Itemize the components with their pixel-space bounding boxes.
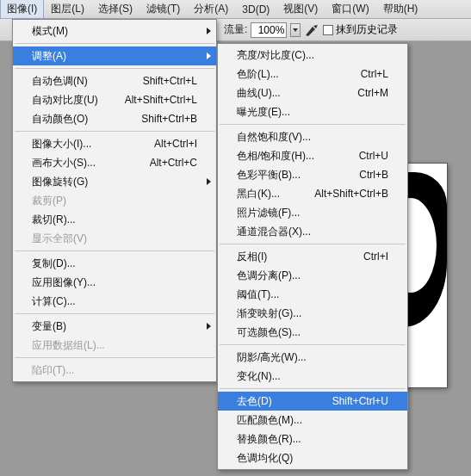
menu-item-label: 模式(M): [32, 24, 68, 39]
menu-separator: [15, 313, 214, 314]
menu-item-label: 应用图像(Y)...: [32, 275, 96, 290]
menu-item-label: 变化(N)...: [237, 369, 281, 384]
menu-item-label: 阴影/高光(W)...: [237, 350, 307, 365]
menu-item[interactable]: 应用图像(Y)...: [13, 273, 216, 292]
menubar-item[interactable]: 帮助(H): [376, 0, 425, 19]
menu-item-label: 色阶(L)...: [237, 67, 279, 82]
menu-item[interactable]: 反相(I)Ctrl+I: [218, 247, 407, 266]
menu-item-label: 裁剪(P): [32, 194, 66, 208]
menu-item-label: 渐变映射(G)...: [237, 306, 301, 321]
menu-item-label: 自然饱和度(V)...: [237, 130, 311, 145]
history-label: 抹到历史记录: [336, 22, 398, 37]
menu-item[interactable]: 色彩平衡(B)...Ctrl+B: [218, 165, 407, 184]
menu-item[interactable]: 照片滤镜(F)...: [218, 203, 407, 222]
menu-item[interactable]: 渐变映射(G)...: [218, 304, 407, 323]
menu-item[interactable]: 黑白(K)...Alt+Shift+Ctrl+B: [218, 184, 407, 203]
submenu-arrow-icon: [207, 28, 211, 34]
submenu-arrow-icon: [207, 178, 211, 185]
menu-item[interactable]: 裁切(R)...: [13, 210, 216, 229]
menubar-item[interactable]: 3D(D): [235, 1, 276, 18]
menubar: 图像(I)图层(L)选择(S)滤镜(T)分析(A)3D(D)视图(V)窗口(W)…: [0, 0, 471, 19]
menu-item[interactable]: 色调均化(Q): [218, 448, 407, 467]
menu-item[interactable]: 画布大小(S)...Alt+Ctrl+C: [13, 153, 216, 172]
menu-item[interactable]: 阈值(T)...: [218, 285, 407, 304]
menu-item[interactable]: 自然饱和度(V)...: [218, 127, 407, 146]
menu-item-label: 变量(B): [32, 319, 66, 334]
menubar-item[interactable]: 滤镜(T): [139, 0, 187, 19]
menu-item-label: 调整(A): [32, 49, 66, 64]
menu-separator: [220, 344, 406, 345]
menu-item: 裁剪(P): [13, 191, 216, 210]
menu-shortcut: Ctrl+B: [359, 169, 388, 181]
menu-item-label: 自动对比度(U): [32, 93, 98, 108]
menu-item-label: 替换颜色(R)...: [237, 432, 301, 447]
menu-item[interactable]: 亮度/对比度(C)...: [218, 46, 407, 65]
menu-item[interactable]: 图像大小(I)...Alt+Ctrl+I: [13, 134, 216, 153]
menu-item-label: 色彩平衡(B)...: [237, 168, 301, 182]
submenu-arrow-icon: [207, 323, 211, 330]
menu-item[interactable]: 自动对比度(U)Alt+Shift+Ctrl+L: [13, 90, 216, 109]
menubar-item[interactable]: 分析(A): [187, 0, 235, 19]
menu-item[interactable]: 曝光度(E)...: [218, 102, 407, 121]
checkbox-box-icon: [323, 25, 333, 35]
flow-dropdown[interactable]: [290, 23, 301, 37]
airbrush-icon[interactable]: [304, 23, 319, 37]
menu-separator: [220, 388, 406, 389]
menu-item-label: 图像旋转(G): [32, 175, 88, 189]
menu-item: 陷印(T)...: [13, 361, 216, 380]
menubar-item[interactable]: 图像(I): [0, 0, 44, 19]
menu-item[interactable]: 匹配颜色(M)...: [218, 411, 407, 430]
menu-item[interactable]: 替换颜色(R)...: [218, 430, 407, 448]
adjustments-submenu: 亮度/对比度(C)...色阶(L)...Ctrl+L曲线(U)...Ctrl+M…: [217, 43, 408, 470]
flow-input[interactable]: [251, 22, 287, 38]
menu-item-label: 复制(D)...: [32, 257, 76, 271]
menu-item[interactable]: 调整(A): [13, 46, 216, 65]
menu-item: 显示全部(V): [13, 229, 216, 248]
menu-item-label: 匹配颜色(M)...: [237, 413, 302, 428]
menu-shortcut: Alt+Ctrl+I: [154, 138, 197, 150]
menu-item-label: 通道混合器(X)...: [237, 225, 311, 239]
menubar-item[interactable]: 图层(L): [44, 0, 91, 19]
menu-separator: [15, 43, 214, 44]
menu-item[interactable]: 通道混合器(X)...: [218, 222, 407, 241]
menu-item[interactable]: 可选颜色(S)...: [218, 323, 407, 342]
menu-item[interactable]: 模式(M): [13, 22, 216, 40]
menu-item[interactable]: 图像旋转(G): [13, 172, 216, 191]
image-menu: 模式(M)调整(A)自动色调(N)Shift+Ctrl+L自动对比度(U)Alt…: [12, 19, 217, 382]
menu-item[interactable]: 色阶(L)...Ctrl+L: [218, 65, 407, 83]
menu-item-label: 计算(C)...: [32, 294, 76, 309]
menu-item-label: 自动色调(N): [32, 74, 88, 89]
menu-shortcut: Alt+Shift+Ctrl+L: [125, 94, 197, 106]
menu-item[interactable]: 色调分离(P)...: [218, 266, 407, 285]
menu-item-label: 曝光度(E)...: [237, 105, 290, 120]
menu-item[interactable]: 曲线(U)...Ctrl+M: [218, 83, 407, 102]
menu-separator: [15, 357, 214, 358]
menu-shortcut: Shift+Ctrl+L: [143, 75, 197, 87]
menu-shortcut: Ctrl+M: [357, 87, 388, 99]
menu-item-label: 色调分离(P)...: [237, 269, 301, 283]
menu-item[interactable]: 色相/饱和度(H)...Ctrl+U: [218, 146, 407, 165]
menu-separator: [15, 131, 214, 132]
menu-item-label: 黑白(K)...: [237, 187, 280, 201]
menu-item[interactable]: 自动色调(N)Shift+Ctrl+L: [13, 71, 216, 90]
menu-item-label: 色相/饱和度(H)...: [237, 149, 314, 164]
history-checkbox[interactable]: 抹到历史记录: [323, 22, 398, 37]
menu-shortcut: Ctrl+I: [363, 250, 388, 263]
menu-item[interactable]: 去色(D)Shift+Ctrl+U: [218, 392, 407, 411]
menu-item[interactable]: 自动颜色(O)Shift+Ctrl+B: [13, 109, 216, 128]
menu-item-label: 图像大小(I)...: [32, 137, 91, 151]
menubar-item[interactable]: 窗口(W): [325, 0, 375, 19]
menu-shortcut: Ctrl+U: [359, 150, 388, 162]
menu-separator: [220, 244, 406, 244]
menu-item[interactable]: 计算(C)...: [13, 292, 216, 311]
menu-item-label: 自动颜色(O): [32, 112, 88, 127]
menubar-item[interactable]: 视图(V): [276, 0, 325, 19]
menu-item[interactable]: 变量(B): [13, 317, 216, 336]
menu-item[interactable]: 变化(N)...: [218, 367, 407, 386]
menu-shortcut: Shift+Ctrl+U: [332, 395, 388, 407]
menu-item[interactable]: 复制(D)...: [13, 254, 216, 273]
menu-item: 应用数据组(L)...: [13, 336, 216, 355]
menu-item[interactable]: 阴影/高光(W)...: [218, 348, 407, 367]
menubar-item[interactable]: 选择(S): [91, 0, 139, 19]
menu-item-label: 画布大小(S)...: [32, 156, 96, 170]
